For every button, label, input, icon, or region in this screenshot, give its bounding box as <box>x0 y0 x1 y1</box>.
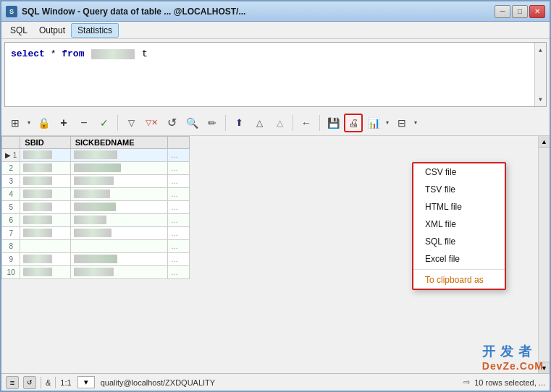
table-row[interactable]: ▶ 1 … <box>2 149 190 162</box>
vscroll-up[interactable]: ▲ <box>539 136 550 148</box>
table-row[interactable]: 3 … <box>2 175 190 188</box>
table-dropdown-arrow[interactable]: ▾ <box>412 114 419 132</box>
separator-2 <box>225 115 226 131</box>
maximize-button[interactable]: □ <box>512 5 528 18</box>
table-row[interactable]: 2 … <box>2 162 190 175</box>
col-sickbedname-header[interactable]: SICKBEDNAME <box>70 137 167 149</box>
row-num: 3 <box>2 175 20 188</box>
cell-sbid[interactable] <box>20 214 70 227</box>
cell-extra: … <box>168 149 190 162</box>
table-row[interactable]: 4 … <box>2 188 190 201</box>
refresh-icon: ↺ <box>167 116 177 129</box>
cell-sbid[interactable] <box>20 188 70 201</box>
chart-group: 📊 ▾ <box>364 114 391 132</box>
cell-sbid[interactable] <box>20 201 70 214</box>
cell-extra: … <box>168 214 190 227</box>
table-row[interactable]: 7 … <box>2 227 190 240</box>
row-num: 7 <box>2 227 20 240</box>
app-icon: S <box>6 6 17 17</box>
cell-name[interactable] <box>70 266 167 279</box>
save-button[interactable]: 💾 <box>324 114 342 132</box>
cell-name[interactable] <box>70 162 167 175</box>
cell-name[interactable] <box>70 149 167 162</box>
cell-name[interactable] <box>70 214 167 227</box>
window-controls: ─ □ ✕ <box>495 5 545 18</box>
separator-1 <box>117 115 118 131</box>
cell-name[interactable] <box>70 201 167 214</box>
table-row[interactable]: 9 … <box>2 253 190 266</box>
refresh-button[interactable]: ↺ <box>162 114 181 132</box>
cell-name[interactable] <box>70 188 167 201</box>
table-row[interactable]: 6 … <box>2 214 190 227</box>
scroll-up-arrow[interactable]: ▲ <box>535 44 547 56</box>
lock-icon: 🔒 <box>38 117 50 129</box>
filter-down-button[interactable]: ▽ <box>122 114 140 132</box>
cell-sbid[interactable] <box>20 175 70 188</box>
cell-sbid[interactable] <box>20 149 70 162</box>
find-button[interactable]: 🔍 <box>182 114 201 132</box>
right-scrollbar[interactable]: ▲ ▼ <box>538 136 550 373</box>
lock-button[interactable]: 🔒 <box>34 114 53 132</box>
table-options-button[interactable]: ⊟ <box>392 114 411 132</box>
chart-dropdown-arrow[interactable]: ▾ <box>384 114 391 132</box>
table-row[interactable]: 5 … <box>2 201 190 214</box>
status-refresh-btn[interactable]: ↺ <box>23 376 36 389</box>
grid-icon: ⊞ <box>11 117 20 129</box>
cell-name[interactable] <box>70 240 167 253</box>
filter-clear-button[interactable]: ▽✕ <box>142 114 161 132</box>
export-html-item[interactable]: HTML file <box>413 198 505 216</box>
grid-toggle-button[interactable]: ⊞ <box>6 114 25 132</box>
print-button[interactable]: 🖨 <box>344 114 363 132</box>
cell-name[interactable] <box>70 227 167 240</box>
vscroll-track[interactable] <box>539 148 550 362</box>
print-icon: 🖨 <box>348 117 358 129</box>
export-separator <box>413 269 505 270</box>
export-csv-item[interactable]: CSV file <box>413 163 505 181</box>
row-num: ▶ 1 <box>2 149 20 162</box>
table-row[interactable]: 8 … <box>2 240 190 253</box>
cell-name[interactable] <box>70 253 167 266</box>
export-sql-item[interactable]: SQL file <box>413 233 505 250</box>
remove-row-button[interactable]: − <box>75 114 93 132</box>
col-extra-header <box>168 137 190 149</box>
table-icon: ⊟ <box>398 117 406 129</box>
save-icon: 💾 <box>327 117 340 129</box>
status-dropdown[interactable]: ▾ <box>77 376 95 388</box>
cell-sbid[interactable] <box>20 162 70 175</box>
filter-up-button[interactable]: △ <box>250 114 269 132</box>
minus-icon: − <box>80 116 87 129</box>
col-sbid-header[interactable]: SBID <box>20 137 70 149</box>
cursor-position: 1:1 <box>60 378 71 387</box>
cell-name[interactable] <box>70 175 167 188</box>
add-row-button[interactable]: + <box>54 114 73 132</box>
sql-scrollbar: ▲ ▼ <box>534 43 546 106</box>
cell-sbid[interactable] <box>20 240 70 253</box>
cell-sbid[interactable] <box>20 253 70 266</box>
cell-sbid[interactable] <box>20 266 70 279</box>
confirm-button[interactable]: ✓ <box>95 114 114 132</box>
sql-text: select * from t <box>5 43 534 106</box>
filter-up2-button[interactable]: △ <box>270 114 289 132</box>
cell-sbid[interactable] <box>20 227 70 240</box>
menu-sql[interactable]: SQL <box>4 24 33 37</box>
export-excel-item[interactable]: Excel file <box>413 250 505 268</box>
scroll-down-arrow[interactable]: ▼ <box>535 93 547 105</box>
chart-button[interactable]: 📊 <box>364 114 383 132</box>
menu-output[interactable]: Output <box>33 24 71 37</box>
menu-statistics[interactable]: Statistics <box>71 23 119 38</box>
data-table-wrapper[interactable]: SBID SICKBEDNAME ▶ 1 … 2 <box>1 136 190 373</box>
sql-editor[interactable]: select * from t ▲ ▼ <box>4 42 547 107</box>
go-back-button[interactable]: ← <box>297 114 316 132</box>
export-tsv-item[interactable]: TSV file <box>413 181 505 198</box>
row-num: 5 <box>2 201 20 214</box>
table-row[interactable]: 10 … <box>2 266 190 279</box>
edit-button[interactable]: ✏ <box>203 114 222 132</box>
export-xml-item[interactable]: XML file <box>413 216 505 233</box>
export-clipboard-item[interactable]: To clipboard as <box>413 271 505 289</box>
separator-3 <box>293 115 293 131</box>
minimize-button[interactable]: ─ <box>495 5 510 18</box>
grid-dropdown-arrow[interactable]: ▾ <box>25 114 33 132</box>
close-button[interactable]: ✕ <box>529 5 545 18</box>
status-icon-btn[interactable]: ≡ <box>6 376 19 389</box>
import-button[interactable]: ⬆ <box>230 114 248 132</box>
